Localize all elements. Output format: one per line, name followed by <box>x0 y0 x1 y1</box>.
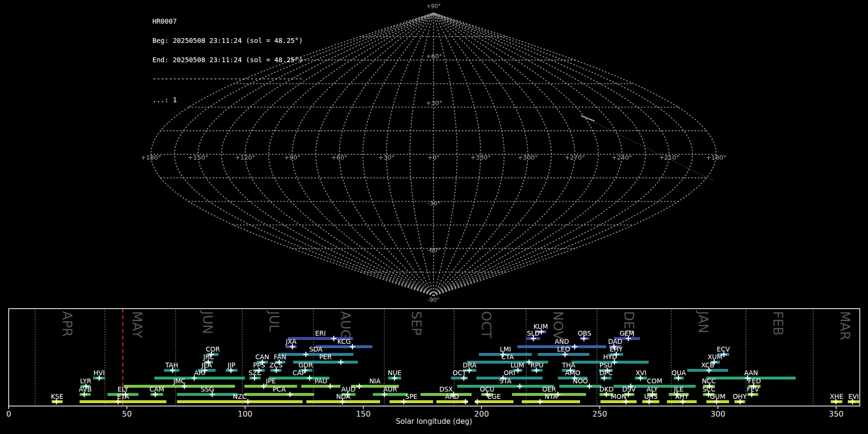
shower-label-JMC: JMC <box>173 377 185 385</box>
shower-label-DRA: DRA <box>463 361 477 369</box>
shower-label-JXA: JXA <box>285 338 297 345</box>
pole-label-south: -90° <box>428 297 440 303</box>
x-tick-label: 0 <box>6 409 11 419</box>
shower-bar-ARI <box>154 377 245 380</box>
shower-bar-STA <box>457 385 554 388</box>
peak-marker-PCA <box>287 392 293 397</box>
shower-label-XUM: XUM <box>707 353 722 361</box>
shower-label-FAN: FAN <box>274 353 286 361</box>
shower-label-RPU: RPU <box>530 361 543 369</box>
shower-label-ETA: ETA <box>117 393 130 400</box>
latitude-label: +30° <box>426 99 442 107</box>
activity-timeline: APRMAYJUNJULAUGSEPOCTNOVDECJANFEBMARKUME… <box>6 309 860 419</box>
shower-label-OCT: OCT <box>453 369 467 377</box>
shower-bar-MON <box>600 400 637 403</box>
longitude-label: +60° <box>331 154 348 161</box>
shower-bar-NOO <box>559 385 601 388</box>
shower-label-KCG: KCG <box>337 338 351 345</box>
event-count: ...: 1 <box>152 97 303 103</box>
shower-label-NCC: NCC <box>702 377 716 385</box>
latitude-label: +60° <box>426 53 442 60</box>
month-label: JUL <box>267 310 282 332</box>
shower-label-XVI: XVI <box>636 369 646 377</box>
shower-label-EVI: EVI <box>848 393 859 400</box>
peak-marker-ARD <box>463 399 468 405</box>
x-tick-label: 150 <box>356 409 371 419</box>
shower-label-JLE: JLE <box>673 385 683 393</box>
shower-bar-NZC <box>177 400 302 403</box>
shower-label-COM: COM <box>647 377 663 385</box>
month-label: FEB <box>771 311 786 336</box>
peak-marker-AND <box>572 344 577 350</box>
shower-label-AND: AND <box>555 338 569 345</box>
shower-label-ELY: ELY <box>118 385 129 393</box>
longitude-label: +270° <box>565 154 585 161</box>
shower-label-ORI: ORI <box>503 369 515 377</box>
x-axis-title: Solar longitude (deg) <box>396 417 472 426</box>
shower-label-LMI: LMI <box>500 345 511 353</box>
shower-label-SDA: SDA <box>309 345 323 353</box>
shower-bar-KCG <box>316 345 372 348</box>
peak-marker-CAP <box>307 376 312 381</box>
latitude-label: -30° <box>427 200 441 207</box>
peak-marker-EGE <box>475 399 480 405</box>
shower-label-JPE: JPE <box>265 377 276 385</box>
shower-label-GEM: GEM <box>620 329 635 337</box>
shower-label-PER: PER <box>319 353 332 361</box>
separator-line: ------------------------------------- <box>152 76 303 82</box>
peak-marker-PAU <box>327 384 333 389</box>
shower-label-AUR: AUR <box>383 385 397 393</box>
shower-label-OER: OER <box>542 385 556 393</box>
shower-label-PSU: PSU <box>599 361 612 369</box>
shower-label-DAD: DAD <box>608 338 623 345</box>
shower-label-DSX: DSX <box>439 385 453 393</box>
shower-label-KSE: KSE <box>51 393 64 400</box>
meteor-observation-screen: HR0007 Beg: 20250508 23:11:24 (sol = 48.… <box>0 0 868 434</box>
longitude-label: +180° <box>141 154 161 161</box>
event-end: End: 20250508 23:11:24 (sol = 48.25°) <box>152 57 303 63</box>
longitude-label: +180° <box>706 154 726 161</box>
longitude-label: +330° <box>471 154 491 161</box>
shower-label-NTA: NTA <box>544 393 557 400</box>
shower-label-OBS: OBS <box>578 329 591 337</box>
shower-label-GUM: GUM <box>710 393 725 400</box>
shower-label-PAU: PAU <box>314 377 327 385</box>
shower-label-NIA: NIA <box>369 377 381 385</box>
shower-label-URS: URS <box>644 393 658 400</box>
meteor-trail <box>581 116 595 121</box>
pole-label-north: +90° <box>426 3 441 10</box>
shower-bar-SDA <box>278 353 353 356</box>
longitude-label: +120° <box>235 154 255 161</box>
month-label: JAN <box>696 310 711 333</box>
longitude-label: +30° <box>378 154 394 161</box>
shower-label-LUM: LUM <box>511 361 524 369</box>
plot-canvas: +90°-90°+60°+30°-30°-60°+180°+150°+120°+… <box>0 0 868 434</box>
x-tick-label: 350 <box>829 409 844 419</box>
shower-label-ERI: ERI <box>315 329 326 337</box>
shower-label-MON: MON <box>610 393 626 400</box>
month-label: OCT <box>479 311 494 339</box>
shower-bar-ETA <box>80 400 166 403</box>
peak-marker-SDA <box>303 352 309 357</box>
month-label: SEP <box>409 311 424 335</box>
event-id: HR0007 <box>152 18 303 25</box>
shower-bar-PAU <box>301 385 340 388</box>
shower-label-CAM: CAM <box>149 385 164 393</box>
peak-marker-ERI <box>331 336 337 341</box>
shower-label-GDR: GDR <box>298 361 313 369</box>
shower-label-NDA: NDA <box>336 393 351 400</box>
shower-label-TAH: TAH <box>165 361 178 369</box>
shower-label-PCA: PCA <box>273 385 286 393</box>
longitude-label: +300° <box>517 154 538 161</box>
event-info-panel: HR0007 Beg: 20250508 23:11:24 (sol = 48.… <box>152 6 303 116</box>
shower-bar-EGE <box>475 400 514 403</box>
month-label: JUN <box>200 310 215 334</box>
shower-label-COR: COR <box>206 345 220 353</box>
peak-marker-STA <box>517 384 522 389</box>
meteor-trail-extension <box>581 116 713 180</box>
month-label: NOV <box>551 311 566 340</box>
x-tick-label: 100 <box>238 409 253 419</box>
x-tick-label: 300 <box>711 409 726 419</box>
shower-bar-JPE <box>244 385 297 388</box>
month-label: APR <box>60 311 75 337</box>
